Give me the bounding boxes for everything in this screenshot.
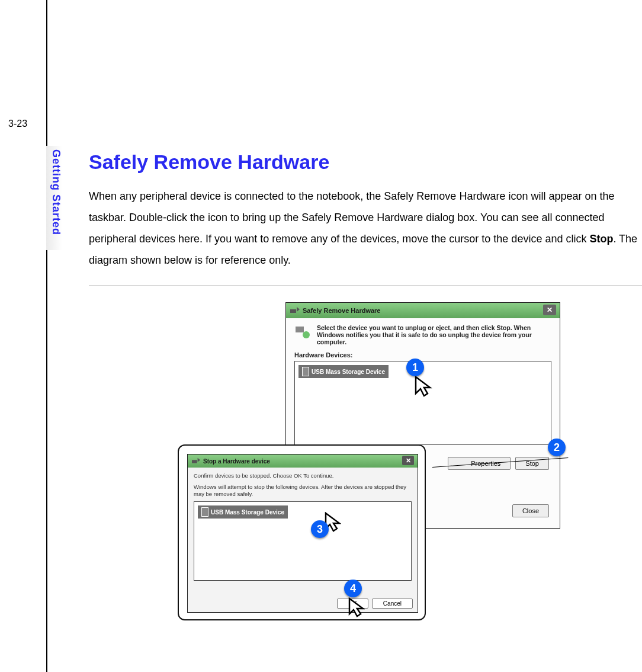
vertical-rule: [46, 0, 47, 672]
callout-1: 1: [406, 359, 424, 376]
dialog2-body: Confirm devices to be stopped. Choose OK…: [188, 468, 418, 612]
callout-3: 3: [311, 520, 329, 538]
hardware-devices-label: Hardware Devices:: [294, 351, 551, 359]
dialog1-button-row: Properties Stop: [448, 457, 549, 470]
content-area: Safely Remove Hardware When any peripher…: [89, 151, 642, 622]
callout-4: 4: [344, 580, 362, 597]
drive-icon: [302, 367, 309, 376]
section-sidebar-label: Getting Started: [46, 146, 62, 250]
dialog1-list-item[interactable]: USB Mass Storage Device: [298, 365, 389, 378]
device-icon: [294, 324, 312, 340]
dialog2-list-item[interactable]: USB Mass Storage Device: [198, 505, 288, 519]
body-text: When any peripheral device is connected …: [89, 185, 642, 271]
dialog1-close-button[interactable]: ✕: [543, 305, 556, 315]
dialog1-title-text: Safely Remove Hardware: [303, 307, 380, 314]
page-root: 3-23 Getting Started Safely Remove Hardw…: [0, 0, 642, 672]
dialog2-close-button[interactable]: ✕: [402, 456, 414, 465]
eject-icon: [191, 457, 201, 465]
eject-icon: [290, 306, 300, 315]
dialog2-title-text: Stop a Hardware device: [203, 458, 270, 465]
svg-rect-1: [296, 327, 304, 332]
dialog2-list-item-text: USB Mass Storage Device: [211, 509, 284, 516]
callout-2: 2: [548, 439, 566, 456]
body-stop-word: Stop: [589, 233, 613, 245]
separator: [89, 285, 642, 286]
dialog1-titlebar: Safely Remove Hardware ✕: [286, 303, 560, 318]
drive-icon: [201, 507, 208, 517]
page-title: Safely Remove Hardware: [89, 151, 642, 174]
dialog1-instruction-text: Select the device you want to unplug or …: [317, 324, 551, 345]
dialog1-listbox[interactable]: USB Mass Storage Device: [294, 361, 551, 445]
cursor-icon: [347, 597, 365, 617]
dialog1-instruction-row: Select the device you want to unplug or …: [294, 324, 551, 345]
close-button[interactable]: Close: [512, 504, 549, 517]
svg-point-2: [303, 331, 310, 338]
dialog2-titlebar: Stop a Hardware device ✕: [188, 455, 418, 468]
svg-rect-0: [290, 309, 296, 313]
svg-rect-3: [192, 460, 197, 463]
dialog2-listbox[interactable]: USB Mass Storage Device: [194, 501, 412, 581]
dialog1-list-item-text: USB Mass Storage Device: [312, 369, 385, 375]
dialog-stop-device: Stop a Hardware device ✕ Confirm devices…: [187, 454, 418, 613]
dialog2-p2: Windows will attempt to stop the followi…: [194, 484, 412, 498]
body-part-1: When any peripheral device is connected …: [89, 190, 615, 245]
page-number: 3-23: [8, 119, 27, 129]
dialog2-frame: Stop a Hardware device ✕ Confirm devices…: [178, 444, 426, 620]
dialog1-close-row: Close: [512, 504, 549, 517]
cursor-icon: [413, 376, 432, 397]
cancel-button[interactable]: Cancel: [372, 599, 413, 609]
dialog2-p1: Confirm devices to be stopped. Choose OK…: [194, 472, 412, 479]
illustration: Safely Remove Hardware ✕ Select the devi…: [178, 302, 592, 622]
